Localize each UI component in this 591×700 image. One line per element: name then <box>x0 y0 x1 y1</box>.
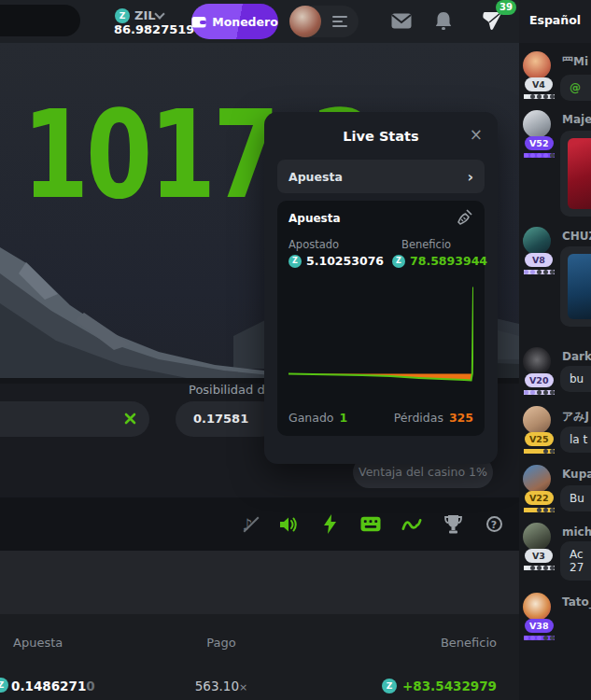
chevron-down-icon[interactable] <box>154 8 164 19</box>
chat-bubble <box>560 131 591 217</box>
chat-bubble: @ <box>560 75 591 101</box>
history-profit-value: Z+83.5432979 <box>382 679 497 693</box>
top-bar: Z ZIL 86.9827519 Monedero 39 <box>0 0 519 43</box>
stats-card-title: Apuesta <box>288 212 341 225</box>
profile-menu[interactable] <box>289 6 359 37</box>
vip-progress-dots <box>524 270 555 274</box>
chat-bubble: la t <box>560 427 591 453</box>
chat-username[interactable]: Dark <box>562 350 591 363</box>
vip-level-badge: V38 <box>525 619 554 633</box>
profit-label: Beneficio <box>401 238 451 251</box>
chat-bubble: Bu <box>560 485 591 511</box>
profit-value: Z78.5893944 <box>392 254 487 268</box>
zil-coin-icon: Z <box>392 255 405 268</box>
history-col-bet: Apuesta <box>13 636 63 650</box>
stats-card: Apuesta Apostado Z5.10253076 Beneficio Z… <box>277 201 485 436</box>
stats-mode-select[interactable]: Apuesta › <box>277 160 485 193</box>
currency-code[interactable]: ZIL <box>134 8 156 22</box>
chat-user-avatar[interactable] <box>523 51 551 79</box>
payout-x-icon[interactable] <box>124 413 136 425</box>
chat-bubble: Ac 27 <box>560 541 591 581</box>
chat-username[interactable]: mich <box>562 525 591 539</box>
wins-stat: Ganado1 <box>288 411 347 425</box>
game-toolbar: ♪ ? <box>0 497 519 551</box>
hamburger-menu-icon <box>332 13 347 30</box>
chat-user-avatar[interactable] <box>523 110 551 138</box>
user-avatar[interactable] <box>289 6 321 37</box>
vip-progress-dots <box>524 390 555 395</box>
music-muted-icon[interactable]: ♪ <box>237 514 258 535</box>
app-root: 1017.3 Posibilidad de 0.17581 Ventaja de… <box>0 0 591 700</box>
chat-sidebar: Español 罒Mi@V4MajeV52CHUZV8DarkbuV20アみJl… <box>519 0 591 700</box>
notification-badge: 39 <box>496 0 516 15</box>
chat-bubble: bu <box>560 366 591 392</box>
chat-user-avatar[interactable] <box>523 347 551 375</box>
chat-username[interactable]: Maje <box>562 113 591 126</box>
zil-coin-icon: Z <box>382 679 397 693</box>
history-bet-value: 0.14862710 <box>11 679 95 693</box>
history-col-payout: Pago <box>191 636 251 650</box>
close-icon[interactable]: × <box>470 125 483 144</box>
vip-level-badge: V52 <box>525 136 554 150</box>
chevron-right-icon: › <box>467 168 473 186</box>
win-chance-input[interactable]: 0.17581 <box>176 401 278 437</box>
help-icon[interactable]: ? <box>484 514 504 535</box>
chat-bubble <box>560 246 591 327</box>
wallet-button[interactable]: Monedero <box>191 4 278 39</box>
lower-band <box>0 551 519 614</box>
sidebar-header: Español <box>519 0 591 43</box>
vip-progress-dots <box>524 508 555 512</box>
chat-username[interactable]: アみJ <box>562 409 589 425</box>
language-selector[interactable]: Español <box>519 13 591 27</box>
chat-image-attachment[interactable] <box>568 138 591 209</box>
profit-sparkline-chart <box>288 275 473 406</box>
vip-progress-dots <box>524 449 555 454</box>
currency-coin-icon[interactable]: Z <box>115 8 130 23</box>
wallet-button-label: Monedero <box>212 15 278 29</box>
vip-progress-dots <box>524 566 555 570</box>
vip-level-badge: V3 <box>525 549 553 563</box>
chat-user-avatar[interactable] <box>523 593 551 621</box>
chat-message-list: 罒Mi@V4MajeV52CHUZV8DarkbuV20アみJla tV25Ku… <box>519 43 591 700</box>
wagered-value: Z5.10253076 <box>288 254 384 268</box>
vip-progress-dots <box>524 636 555 640</box>
live-stats-panel: Live Stats × Apuesta › Apuesta Apostado … <box>264 112 498 464</box>
chat-user-avatar[interactable] <box>523 227 551 255</box>
stats-footer: Ganado1 Pérdidas325 <box>288 411 473 425</box>
zil-coin-icon: Z <box>288 255 302 268</box>
chat-username[interactable]: Tato_ <box>562 595 591 609</box>
history-col-profit: Beneficio <box>441 636 497 650</box>
history-payout-value: 563.10× <box>191 679 251 693</box>
stats-mode-label: Apuesta <box>288 170 343 184</box>
sound-icon[interactable] <box>278 514 299 535</box>
zil-coin-icon: Z <box>0 678 8 693</box>
vip-progress-dots <box>524 94 555 99</box>
wallet-icon <box>191 15 206 28</box>
vip-level-badge: V8 <box>525 253 553 267</box>
hotkeys-icon[interactable] <box>360 514 381 535</box>
bell-icon[interactable] <box>434 11 453 31</box>
chat-image-attachment[interactable] <box>568 254 591 319</box>
turbo-icon[interactable] <box>319 514 340 535</box>
reset-stats-icon[interactable] <box>457 209 473 226</box>
leaderboard-icon[interactable] <box>443 514 463 535</box>
bet-history: Apuesta Pago Beneficio Z 0.14862710 563.… <box>0 614 519 700</box>
chat-user-avatar[interactable] <box>523 465 551 493</box>
mail-icon[interactable] <box>391 13 412 29</box>
chat-user-avatar[interactable] <box>523 523 551 551</box>
chat-username[interactable]: CHUZ <box>562 230 591 243</box>
losses-stat: Pérdidas325 <box>394 411 473 425</box>
live-stats-icon[interactable] <box>401 514 422 535</box>
vip-level-badge: V4 <box>525 77 553 91</box>
win-chance-label: Posibilidad de <box>189 383 273 397</box>
chat-username[interactable]: 罒Mi <box>562 54 588 70</box>
wagered-label: Apostado <box>288 238 339 251</box>
search-input[interactable] <box>0 5 80 36</box>
vip-level-badge: V20 <box>525 373 554 387</box>
zil-coin-icon: Z <box>115 8 130 23</box>
wallet-balance: 86.9827519 <box>114 22 194 36</box>
chat-username[interactable]: Kupa <box>562 468 591 481</box>
vip-progress-dots <box>524 153 555 158</box>
vip-level-badge: V22 <box>525 491 554 505</box>
chat-user-avatar[interactable] <box>523 406 551 434</box>
